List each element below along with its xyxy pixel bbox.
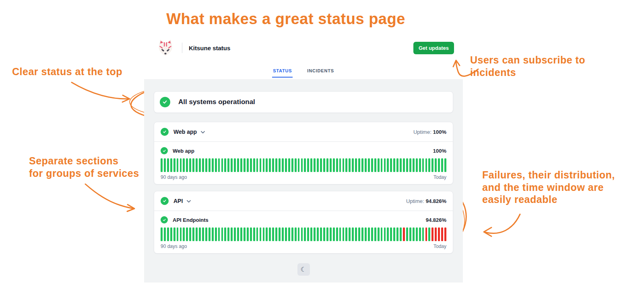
group-card-api: API Uptime:94.826% API Endpoints 94.826%… — [154, 191, 453, 254]
uptime-day-bar — [304, 227, 306, 241]
uptime-day-bar — [435, 227, 437, 241]
uptime-day-bar — [199, 158, 201, 172]
uptime-day-bar — [393, 227, 395, 241]
uptime-day-bar — [192, 227, 194, 241]
uptime-day-bar — [250, 158, 252, 172]
group-header-api[interactable]: API Uptime:94.826% — [154, 191, 453, 211]
uptime-bars-api — [161, 227, 446, 241]
uptime-day-bar — [378, 158, 380, 172]
uptime-day-bar — [361, 227, 363, 241]
uptime-day-bar — [231, 227, 233, 241]
uptime-day-bar — [291, 227, 293, 241]
uptime-day-bar — [330, 227, 332, 241]
uptime-day-bar — [422, 158, 424, 172]
chevron-down-icon[interactable] — [187, 200, 191, 203]
uptime-day-bar — [323, 227, 325, 241]
group-body-web-app: Web app 100% 90 days ago Today — [154, 141, 453, 184]
uptime-day-bar — [234, 158, 236, 172]
uptime-day-bar — [208, 227, 211, 241]
annotation-sections-line2: for groups of services — [29, 167, 139, 180]
page: What makes a great status page Clear sta… — [0, 0, 644, 299]
chevron-down-icon[interactable] — [201, 131, 205, 133]
uptime-day-bar — [345, 227, 347, 241]
tab-status[interactable]: STATUS — [272, 67, 293, 78]
uptime-day-bar — [400, 227, 402, 241]
uptime-day-bar — [304, 158, 306, 172]
uptime-day-bar — [224, 158, 226, 172]
uptime-day-bar — [260, 158, 262, 172]
uptime-day-bar — [317, 158, 319, 172]
annotation-subscribe-line1: Users can subscribe to — [470, 54, 585, 66]
uptime-day-bar — [323, 158, 325, 172]
uptime-day-bar — [428, 158, 430, 172]
uptime-day-bar — [339, 227, 341, 241]
uptime-day-bar — [266, 227, 268, 241]
uptime-day-bar — [425, 227, 427, 241]
dark-mode-toggle[interactable]: ☾ — [297, 263, 310, 276]
uptime-day-bar — [352, 227, 354, 241]
arrow-failures — [485, 214, 520, 233]
uptime-day-bar — [196, 158, 198, 172]
uptime-value: 94.826% — [426, 198, 446, 204]
uptime-day-bar — [282, 158, 284, 172]
uptime-day-bar — [441, 227, 443, 241]
uptime-day-bar — [183, 158, 185, 172]
uptime-day-bar — [431, 227, 433, 241]
uptime-day-bar — [170, 158, 172, 172]
uptime-day-bar — [355, 227, 357, 241]
check-icon — [161, 128, 169, 136]
uptime-day-bar — [247, 158, 249, 172]
uptime-day-bar — [177, 158, 179, 172]
group-body-api: API Endpoints 94.826% 90 days ago Today — [154, 211, 453, 253]
uptime-day-bar — [180, 158, 182, 172]
group-header-web-app[interactable]: Web app Uptime:100% — [154, 122, 453, 141]
uptime-day-bar — [234, 227, 236, 241]
uptime-day-bar — [416, 227, 418, 241]
uptime-day-bar — [161, 227, 163, 241]
uptime-day-bar — [317, 227, 319, 241]
uptime-day-bar — [266, 158, 268, 172]
uptime-day-bar — [215, 227, 217, 241]
uptime-day-bar — [374, 158, 376, 172]
uptime-day-bar — [215, 158, 217, 172]
uptime-day-bar — [218, 227, 220, 241]
uptime-day-bar — [390, 158, 392, 172]
uptime-day-bar — [371, 227, 373, 241]
uptime-day-bar — [444, 227, 446, 241]
check-icon — [160, 97, 170, 107]
uptime-day-bar — [365, 227, 367, 241]
uptime-day-bar — [205, 227, 207, 241]
uptime-day-bar — [272, 158, 274, 172]
uptime-day-bar — [343, 227, 345, 241]
arrow-clear-status-head — [122, 95, 130, 102]
uptime-day-bar — [333, 227, 335, 241]
tab-incidents[interactable]: INCIDENTS — [306, 67, 334, 78]
uptime-day-bar — [381, 158, 383, 172]
get-updates-button[interactable]: Get updates — [413, 42, 454, 54]
uptime-day-bar — [393, 158, 395, 172]
group-uptime: Uptime:100% — [413, 129, 446, 135]
uptime-day-bar — [244, 158, 246, 172]
uptime-day-bar — [361, 158, 363, 172]
uptime-day-bar — [403, 227, 405, 241]
uptime-day-bar — [269, 158, 271, 172]
uptime-bars-web-app — [161, 158, 446, 172]
uptime-day-bar — [349, 227, 351, 241]
annotation-subscribe: Users can subscribe to incidents — [470, 54, 585, 78]
uptime-day-bar — [208, 158, 211, 172]
uptime-day-bar — [240, 227, 242, 241]
uptime-day-bar — [416, 158, 418, 172]
uptime-day-bar — [164, 158, 166, 172]
uptime-day-bar — [295, 158, 297, 172]
uptime-day-bar — [285, 158, 287, 172]
uptime-day-bar — [247, 227, 249, 241]
uptime-day-bar — [438, 158, 440, 172]
uptime-day-bar — [263, 227, 265, 241]
kitsune-logo-icon — [156, 39, 175, 57]
uptime-day-bar — [330, 158, 332, 172]
uptime-day-bar — [167, 158, 169, 172]
arrow-subscribe-head — [453, 60, 460, 67]
uptime-day-bar — [269, 227, 271, 241]
range-start-label: 90 days ago — [161, 174, 187, 180]
uptime-day-bar — [444, 158, 446, 172]
